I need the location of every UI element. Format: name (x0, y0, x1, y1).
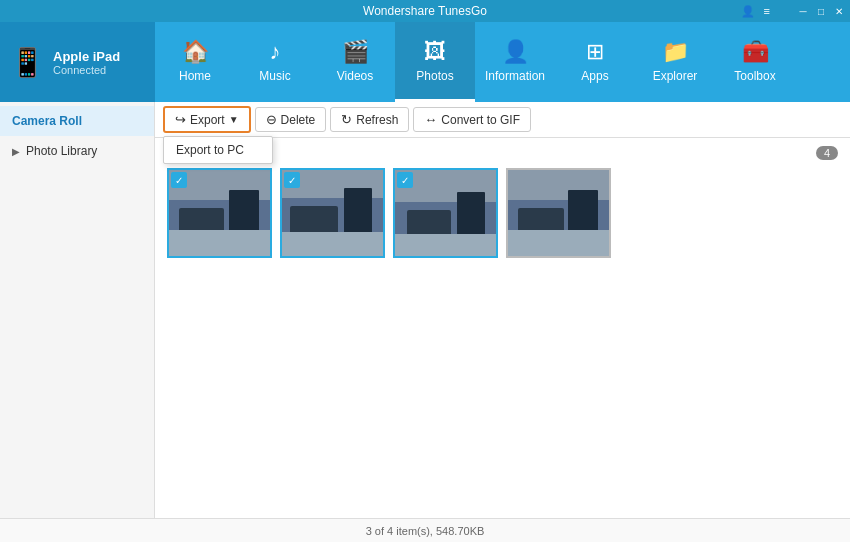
camera-roll-label: Camera Roll (12, 114, 82, 128)
photo-check-3: ✓ (397, 172, 413, 188)
information-icon: 👤 (502, 39, 529, 65)
minimize-button[interactable]: ─ (796, 4, 810, 18)
sidebar: Camera Roll ▶ Photo Library (0, 102, 155, 518)
nav-label-home: Home (179, 69, 211, 83)
refresh-label: Refresh (356, 113, 398, 127)
nav-label-music: Music (259, 69, 290, 83)
top-nav: 📱 Apple iPad Connected 🏠 Home ♪ Music 🎬 … (0, 22, 850, 102)
svg-rect-4 (169, 230, 270, 256)
nav-item-videos[interactable]: 🎬 Videos (315, 22, 395, 102)
photo-thumb-2[interactable]: ✓ (280, 168, 385, 258)
export-button[interactable]: ↪ Export ▼ (163, 106, 251, 133)
main-layout: Camera Roll ▶ Photo Library ↪ Export ▼ ⊖… (0, 102, 850, 518)
nav-items: 🏠 Home ♪ Music 🎬 Videos 🖼 Photos 👤 Infor… (155, 22, 850, 102)
status-text: 3 of 4 item(s), 548.70KB (366, 525, 485, 537)
svg-rect-13 (457, 192, 485, 240)
device-icon: 📱 (10, 46, 45, 79)
svg-rect-19 (508, 230, 609, 256)
home-icon: 🏠 (182, 39, 209, 65)
nav-item-photos[interactable]: 🖼 Photos (395, 22, 475, 102)
nav-item-explorer[interactable]: 📁 Explorer (635, 22, 715, 102)
device-status: Connected (53, 64, 120, 76)
photo-count-badge: 4 (816, 146, 838, 160)
svg-rect-14 (395, 234, 496, 256)
nav-label-toolbox: Toolbox (734, 69, 775, 83)
photo-thumb-4[interactable] (506, 168, 611, 258)
menu-icon[interactable]: ≡ (764, 5, 770, 17)
apps-icon: ⊞ (586, 39, 604, 65)
close-button[interactable]: ✕ (832, 4, 846, 18)
toolbox-icon: 🧰 (742, 39, 769, 65)
nav-label-videos: Videos (337, 69, 373, 83)
device-text: Apple iPad Connected (53, 49, 120, 76)
videos-icon: 🎬 (342, 39, 369, 65)
photo-thumb-3[interactable]: ✓ (393, 168, 498, 258)
nav-label-information: Information (485, 69, 545, 83)
title-bar-user: 👤 ≡ (741, 5, 770, 18)
music-icon: ♪ (270, 39, 281, 65)
convert-gif-label: Convert to GIF (441, 113, 520, 127)
export-arrow-icon: ▼ (229, 114, 239, 125)
convert-gif-button[interactable]: ↔ Convert to GIF (413, 107, 531, 132)
delete-label: Delete (281, 113, 316, 127)
export-dropdown: Export to PC (163, 136, 273, 164)
nav-item-home[interactable]: 🏠 Home (155, 22, 235, 102)
nav-label-photos: Photos (416, 69, 453, 83)
nav-label-apps: Apps (581, 69, 608, 83)
chevron-icon: ▶ (12, 146, 20, 157)
content-area: ↪ Export ▼ ⊖ Delete ↻ Refresh ↔ Convert … (155, 102, 850, 518)
nav-item-music[interactable]: ♪ Music (235, 22, 315, 102)
app-title: Wondershare TunesGo (363, 4, 487, 18)
photos-icon: 🖼 (424, 39, 446, 65)
export-to-pc-label: Export to PC (176, 143, 244, 157)
photo-check-2: ✓ (284, 172, 300, 188)
photo-area: 2016-02-01 4 ✓ (155, 138, 850, 518)
export-icon: ↪ (175, 112, 186, 127)
photo-check-1: ✓ (171, 172, 187, 188)
explorer-icon: 📁 (662, 39, 689, 65)
photo-library-label: Photo Library (26, 144, 97, 158)
convert-icon: ↔ (424, 112, 437, 127)
photos-grid: ✓ ✓ (167, 168, 838, 258)
nav-label-explorer: Explorer (653, 69, 698, 83)
svg-rect-9 (282, 232, 383, 256)
nav-item-toolbox[interactable]: 🧰 Toolbox (715, 22, 795, 102)
status-bar: 3 of 4 item(s), 548.70KB (0, 518, 850, 542)
export-to-pc-item[interactable]: Export to PC (164, 137, 272, 163)
nav-item-apps[interactable]: ⊞ Apps (555, 22, 635, 102)
sidebar-item-camera-roll[interactable]: Camera Roll (0, 106, 154, 136)
nav-item-information[interactable]: 👤 Information (475, 22, 555, 102)
delete-icon: ⊖ (266, 112, 277, 127)
maximize-button[interactable]: □ (814, 4, 828, 18)
title-bar: Wondershare TunesGo 👤 ≡ ─ □ ✕ (0, 0, 850, 22)
export-label: Export (190, 113, 225, 127)
delete-button[interactable]: ⊖ Delete (255, 107, 327, 132)
refresh-icon: ↻ (341, 112, 352, 127)
device-name: Apple iPad (53, 49, 120, 64)
device-info: 📱 Apple iPad Connected (0, 22, 155, 102)
window-controls: ─ □ ✕ (796, 4, 846, 18)
user-icon[interactable]: 👤 (741, 5, 755, 17)
toolbar: ↪ Export ▼ ⊖ Delete ↻ Refresh ↔ Convert … (155, 102, 850, 138)
photo-image-4 (508, 170, 609, 256)
photo-thumb-1[interactable]: ✓ (167, 168, 272, 258)
sidebar-item-photo-library[interactable]: ▶ Photo Library (0, 136, 154, 166)
refresh-button[interactable]: ↻ Refresh (330, 107, 409, 132)
